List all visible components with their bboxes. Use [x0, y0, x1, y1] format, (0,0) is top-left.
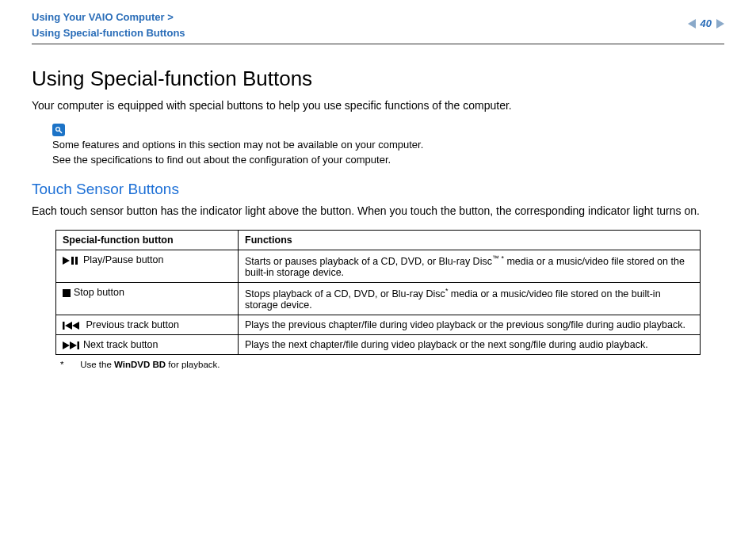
next-track-icon	[63, 341, 80, 349]
svg-rect-5	[63, 289, 71, 297]
svg-rect-11	[78, 341, 80, 349]
table-row: Stop button Stops playback of a CD, DVD,…	[56, 283, 701, 315]
svg-marker-7	[65, 322, 72, 330]
pager: 40	[688, 10, 724, 29]
cell-function: Plays the previous chapter/file during v…	[239, 315, 701, 335]
note-line2: See the specifications to find out about…	[52, 153, 724, 168]
section-intro: Each touch sensor button has the indicat…	[32, 203, 724, 219]
breadcrumb: Using Your VAIO Computer > Using Special…	[32, 10, 185, 40]
section-title: Touch Sensor Buttons	[32, 181, 724, 198]
prev-page-icon[interactable]	[688, 19, 696, 29]
svg-rect-4	[75, 257, 78, 265]
stop-icon	[63, 289, 71, 297]
table-row: Play/Pause button Starts or pauses playb…	[56, 250, 701, 282]
note-line1: Some features and options in this sectio…	[52, 138, 724, 153]
svg-marker-8	[72, 322, 79, 330]
cell-button-label: Next track button	[83, 339, 158, 350]
svg-line-1	[59, 131, 62, 133]
page-title: Using Special-function Buttons	[32, 67, 724, 91]
next-page-icon[interactable]	[716, 19, 724, 29]
svg-marker-10	[70, 341, 77, 349]
svg-rect-6	[63, 322, 65, 330]
cell-button-label: Previous track button	[86, 319, 178, 330]
table-row: Previous track button Plays the previous…	[56, 315, 701, 335]
svg-marker-2	[63, 257, 70, 265]
cell-function: Stops playback of a CD, DVD, or Blu-ray …	[239, 283, 701, 315]
search-icon	[52, 124, 65, 136]
cell-button-label: Play/Pause button	[83, 254, 163, 265]
cell-function: Starts or pauses playback of a CD, DVD, …	[239, 250, 701, 282]
breadcrumb-line1[interactable]: Using Your VAIO Computer >	[32, 10, 185, 25]
table-row: Next track button Plays the next chapter…	[56, 335, 701, 355]
functions-table: Special-function button Functions Play/P…	[55, 230, 701, 355]
intro-text: Your computer is equipped with special b…	[32, 99, 724, 112]
footnote: * Use the WinDVD BD for playback.	[55, 360, 701, 369]
page-number: 40	[701, 17, 712, 29]
page-header: Using Your VAIO Computer > Using Special…	[32, 10, 724, 44]
note-block: Some features and options in this sectio…	[32, 123, 724, 168]
svg-rect-3	[71, 257, 74, 265]
cell-function: Plays the next chapter/file during video…	[239, 335, 701, 355]
th-button: Special-function button	[56, 230, 239, 250]
svg-point-0	[56, 128, 60, 132]
prev-track-icon	[63, 322, 80, 330]
cell-button-label: Stop button	[74, 287, 124, 298]
th-functions: Functions	[239, 230, 701, 250]
play-pause-icon	[63, 257, 80, 265]
breadcrumb-line2[interactable]: Using Special-function Buttons	[32, 25, 185, 41]
svg-marker-9	[63, 341, 70, 349]
footnote-marker: *	[60, 360, 78, 369]
